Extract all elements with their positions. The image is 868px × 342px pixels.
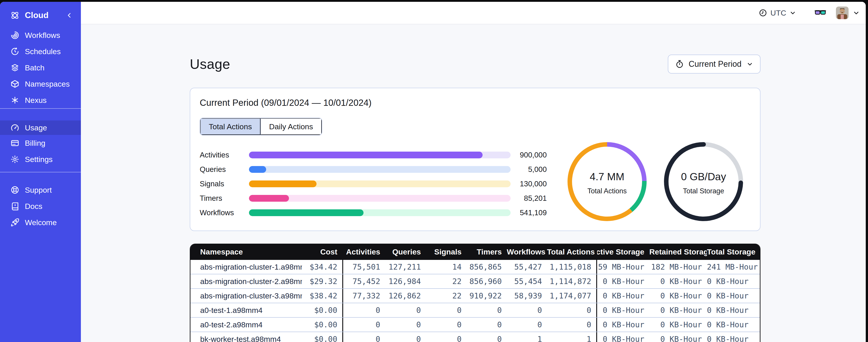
namespace-link[interactable]: abs-migration-cluster-3.a98mm4 — [200, 292, 302, 300]
value-cell: 55,427 — [507, 262, 547, 271]
sidebar: Cloud WorkflowsSchedulesBatchNamespacesN… — [0, 2, 81, 342]
value-cell: 0 — [342, 318, 385, 332]
tab-daily-actions[interactable]: Daily Actions — [260, 118, 322, 135]
value-cell: 1 — [547, 335, 596, 342]
sidebar-item-support[interactable]: Support — [0, 182, 81, 198]
app-window: Cloud WorkflowsSchedulesBatchNamespacesN… — [0, 2, 866, 342]
value-cell: 126,862 — [385, 291, 426, 300]
sidebar-item-label: Support — [25, 186, 52, 195]
value-cell: 22 — [426, 277, 467, 286]
sidebar-item-label: Workflows — [25, 31, 60, 40]
value-cell: 1,174,077 — [547, 291, 596, 300]
column-header-timers: Timers — [467, 247, 507, 256]
bar-value: 85,201 — [510, 194, 547, 203]
workflows-icon — [10, 31, 20, 40]
value-cell: 75,501 — [342, 260, 385, 274]
value-cell: 0 — [426, 306, 467, 315]
bar-track — [249, 180, 510, 187]
table-row: a0-test-2.a98mm4$0.000000000 KB-Hour0 KB… — [190, 318, 760, 332]
sidebar-item-label: Namespaces — [25, 80, 70, 89]
donut-center-value: 4.7 MM — [590, 171, 624, 182]
value-cell: 0 — [547, 306, 596, 315]
sidebar-item-usage[interactable]: Usage — [0, 121, 81, 135]
bar-value: 5,000 — [510, 165, 547, 174]
sidebar-item-label: Billing — [25, 139, 45, 147]
namespace-cell: a0-test-1.a98mm4 — [190, 306, 302, 315]
value-cell: 182 MB-Hour — [649, 262, 707, 271]
value-cell: 0 KB-Hour — [596, 332, 649, 342]
value-cell: 0 — [342, 303, 385, 317]
value-cell: 127,211 — [385, 262, 426, 271]
sidebar-item-settings[interactable]: Settings — [0, 151, 81, 167]
bar-value: 900,000 — [510, 151, 547, 159]
namespace-link[interactable]: a0-test-2.a98mm4 — [200, 320, 262, 329]
donut-chart-total-actions: 4.7 MMTotal Actions — [563, 138, 651, 226]
donut-center-value: 0 GB/Day — [681, 171, 726, 182]
glasses-icon[interactable] — [815, 10, 826, 16]
bar-fill — [249, 209, 364, 216]
sidebar-item-welcome[interactable]: Welcome — [0, 214, 81, 231]
namespaces-icon — [10, 79, 20, 89]
table-header-row: NamespaceCostActivitiesQueriesSignalsTim… — [190, 244, 760, 260]
sidebar-item-nexus[interactable]: Nexus — [0, 92, 81, 108]
namespace-cell: a0-test-2.a98mm4 — [190, 320, 302, 329]
period-selector-button[interactable]: Current Period — [668, 55, 761, 73]
timezone-label: UTC — [770, 8, 786, 18]
stopwatch-icon — [675, 60, 684, 69]
value-cell: 0 KB-Hour — [707, 335, 760, 342]
value-cell: $29.32 — [302, 277, 342, 286]
page-title: Usage — [190, 56, 230, 72]
bar-label: Signals — [200, 179, 249, 188]
value-cell: 856,960 — [467, 277, 507, 286]
bar-track — [249, 166, 510, 173]
value-cell: 0 — [385, 320, 426, 329]
support-icon — [10, 185, 20, 195]
value-cell: 0 KB-Hour — [596, 318, 649, 332]
namespace-link[interactable]: bk-worker-test.a98mm4 — [200, 335, 281, 342]
column-header-queries: Queries — [385, 247, 426, 256]
user-avatar[interactable] — [836, 6, 848, 19]
tab-total-actions[interactable]: Total Actions — [200, 118, 260, 135]
value-cell: 0 KB-Hour — [649, 277, 707, 286]
sidebar-item-label: Schedules — [25, 47, 61, 56]
column-header-namespace: Namespace — [190, 247, 302, 256]
sidebar-item-schedules[interactable]: Schedules — [0, 43, 81, 60]
value-cell: 0 — [385, 306, 426, 315]
column-header-workflows: Workflows — [507, 247, 547, 256]
table-row: bk-worker-test.a98mm4$0.000000110 KB-Hou… — [190, 332, 760, 342]
value-cell: 0 — [507, 306, 547, 315]
namespace-link[interactable]: a0-test-1.a98mm4 — [200, 306, 262, 314]
value-cell: 0 KB-Hour — [649, 320, 707, 329]
user-menu-chevron-icon[interactable] — [852, 9, 860, 16]
table-row: abs-migration-cluster-1.a98mm4$34.4275,5… — [190, 260, 760, 274]
settings-icon — [10, 155, 20, 164]
column-header-signals: Signals — [426, 247, 467, 256]
bar-label: Queries — [200, 165, 249, 174]
value-cell: 0 — [385, 335, 426, 342]
bar-track — [249, 151, 510, 158]
sidebar-item-workflows[interactable]: Workflows — [0, 27, 81, 43]
namespace-cell: bk-worker-test.a98mm4 — [190, 335, 302, 342]
timezone-selector[interactable]: UTC — [758, 8, 796, 18]
sidebar-item-namespaces[interactable]: Namespaces — [0, 76, 81, 92]
main-area: UTC — [81, 2, 866, 342]
value-cell: 0 — [426, 335, 467, 342]
value-cell: 0 KB-Hour — [707, 277, 760, 286]
value-cell: 1,115,018 — [547, 262, 596, 271]
sidebar-item-billing[interactable]: Billing — [0, 135, 81, 151]
namespace-link[interactable]: abs-migration-cluster-2.a98mm4 — [200, 277, 302, 285]
sidebar-item-batch[interactable]: Batch — [0, 60, 81, 76]
value-cell: 126,984 — [385, 277, 426, 286]
table-row: a0-test-1.a98mm4$0.000000000 KB-Hour0 KB… — [190, 303, 760, 318]
value-cell: 0 — [547, 320, 596, 329]
bar-row-queries: Queries5,000 — [200, 166, 547, 173]
sidebar-collapse-icon[interactable] — [65, 11, 73, 19]
value-cell: 241 MB-Hour — [707, 262, 760, 271]
sidebar-item-docs[interactable]: Docs — [0, 198, 81, 214]
usage-page: Usage Current Period Current Period (09/… — [81, 24, 866, 342]
value-cell: 856,865 — [467, 262, 507, 271]
usage-icon — [10, 123, 20, 132]
namespace-link[interactable]: abs-migration-cluster-1.a98mm4 — [200, 263, 302, 271]
sidebar-item-label: Batch — [25, 63, 44, 72]
value-cell: 0 KB-Hour — [707, 291, 760, 300]
